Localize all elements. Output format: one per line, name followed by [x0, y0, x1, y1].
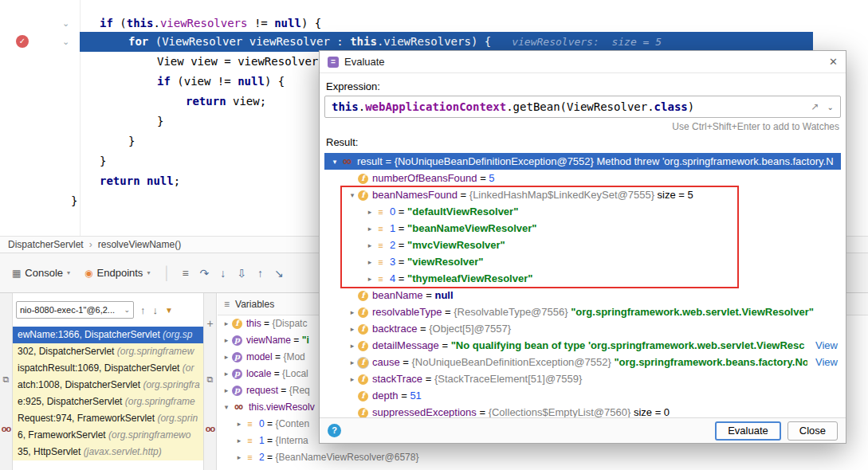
rerun-icon[interactable]: ↷: [200, 267, 210, 280]
frame-down-icon[interactable]: ↓: [153, 304, 159, 316]
copy-icon[interactable]: ⧉: [204, 374, 216, 385]
code-line[interactable]: }: [128, 131, 135, 151]
close-icon[interactable]: ✕: [829, 56, 838, 68]
frames-list: ewName:1366, DispatcherServlet (org.sp30…: [13, 327, 203, 460]
breadcrumb-method[interactable]: resolveViewName(): [98, 239, 181, 250]
chevron-down-icon[interactable]: ▾: [347, 187, 358, 203]
chevron-right-icon[interactable]: ▸: [221, 332, 232, 349]
code-line[interactable]: }: [71, 191, 77, 211]
variable-row[interactable]: ▾fbeanNamesFound = {LinkedHashMap$Linked…: [324, 186, 841, 203]
chevron-right-icon[interactable]: ▸: [221, 315, 232, 332]
fold-icon[interactable]: ⌄: [62, 14, 69, 33]
code-line[interactable]: View view = viewResolver.: [157, 52, 325, 72]
step-over-icon[interactable]: ↓: [220, 267, 226, 280]
expand-icon[interactable]: ↗: [811, 101, 819, 112]
chevron-right-icon[interactable]: ▸: [347, 354, 358, 370]
expression-input[interactable]: this.webApplicationContext.getBean(ViewR…: [324, 96, 841, 118]
variable-row[interactable]: ▸fstackTrace = {StackTraceElement[51]@75…: [324, 370, 841, 387]
frame-row[interactable]: 302, DispatcherServlet (org.springframew: [13, 343, 203, 360]
chevron-right-icon[interactable]: ▸: [221, 366, 232, 382]
tab-endpoints[interactable]: ◉Endpoints▾: [77, 253, 157, 292]
variable-row[interactable]: fbeanName = null: [324, 287, 841, 304]
variable-row[interactable]: ▸fbacktrace = {Object[5]@7557}: [324, 320, 841, 337]
close-button[interactable]: Close: [787, 421, 838, 441]
code-line[interactable]: }: [157, 112, 163, 131]
breadcrumb-class[interactable]: DispatcherServlet: [8, 239, 84, 250]
tab-console[interactable]: ▦Console▾: [5, 253, 77, 292]
chevron-right-icon[interactable]: ▸: [221, 382, 232, 399]
chevron-right-icon[interactable]: ▸: [364, 254, 375, 270]
variable-row[interactable]: ▸fdetailMessage = "No qualifying bean of…: [324, 337, 841, 354]
evaluate-button[interactable]: Evaluate: [715, 421, 781, 441]
chevron-right-icon[interactable]: ▸: [234, 433, 245, 449]
chevron-right-icon[interactable]: ▸: [364, 221, 375, 237]
variable-row[interactable]: ▸≡2 = "mvcViewResolver": [324, 237, 841, 253]
variable-row[interactable]: ▸≡2 = {BeanNameViewResolver@6578}: [218, 449, 868, 466]
frame-row[interactable]: e:925, DispatcherServlet (org.springfram…: [13, 394, 203, 410]
variable-row[interactable]: ▸≡4 = "thymeleafViewResolver": [324, 270, 841, 287]
chevron-down-icon: ▾: [67, 269, 70, 276]
chevron-right-icon[interactable]: ▸: [347, 371, 358, 387]
layout-menu-icon[interactable]: ≡: [182, 267, 188, 280]
variable-row[interactable]: ▸≡0 = "defaultViewResolver": [324, 203, 841, 220]
fold-icon[interactable]: ⌄: [62, 32, 69, 52]
array-element-icon: ≡: [245, 436, 255, 446]
variables-title: Variables: [235, 299, 274, 310]
chevron-right-icon[interactable]: ▸: [364, 204, 375, 220]
help-icon[interactable]: ?: [328, 424, 341, 437]
variable-row[interactable]: ▸≡1 = "beanNameViewResolver": [324, 220, 841, 237]
execution-code-line[interactable]: for (ViewResolver viewResolver : this.vi…: [128, 32, 662, 52]
watches-icon[interactable]: oo: [0, 424, 12, 433]
chevron-right-icon[interactable]: ▸: [234, 416, 245, 433]
step-out-icon[interactable]: ↑: [257, 267, 263, 280]
chevron-down-icon[interactable]: ▾: [329, 154, 340, 170]
tab-label: Endpoints: [97, 267, 143, 279]
watches-toggle-icon[interactable]: oo: [204, 424, 216, 433]
variable-row[interactable]: fdepth = 51: [324, 387, 841, 404]
run-to-cursor-icon[interactable]: ↘: [274, 267, 284, 280]
chevron-right-icon[interactable]: ▸: [347, 321, 358, 337]
ide-window: ✓ ⌄ ⌄ if (this.viewResolvers != null) {f…: [0, 0, 868, 470]
code-line[interactable]: return null;: [100, 171, 180, 191]
step-into-icon[interactable]: ⇩: [237, 267, 246, 280]
variable-row[interactable]: ▸≡3 = "viewResolver": [324, 253, 841, 270]
code-line[interactable]: if (view != null) {: [157, 72, 285, 92]
thread-selector[interactable]: nio-8080-exec-1"@6,2... ⌄: [16, 301, 134, 319]
variable-row[interactable]: fsuppressedExceptions = {Collections$Emp…: [324, 404, 841, 417]
code-line[interactable]: return view;: [186, 92, 266, 112]
field-icon: f: [358, 307, 368, 318]
code-line[interactable]: if (this.viewResolvers != null) {: [100, 14, 321, 33]
chevron-right-icon[interactable]: ▸: [364, 237, 375, 253]
frame-row[interactable]: atch:1008, DispatcherServlet (org.spring…: [13, 377, 203, 394]
copy-stack-icon[interactable]: ⧉: [0, 374, 12, 385]
watch-icon: oo: [232, 402, 245, 413]
parameter-icon: p: [232, 369, 242, 379]
breakpoint-icon[interactable]: ✓: [16, 35, 29, 48]
chevron-right-icon[interactable]: ▸: [347, 304, 358, 320]
chevron-right-icon[interactable]: ▸: [234, 449, 245, 466]
frame-row[interactable]: ewName:1366, DispatcherServlet (org.sp: [13, 327, 203, 343]
frame-row[interactable]: ispatchResult:1069, DispatcherServlet (o…: [13, 360, 203, 377]
chevron-right-icon[interactable]: ▸: [364, 271, 375, 287]
filter-icon[interactable]: ▼: [165, 306, 173, 315]
frame-up-icon[interactable]: ↑: [140, 304, 146, 316]
variable-row[interactable]: ▾ooresult = {NoUniqueBeanDefinitionExcep…: [324, 153, 841, 170]
chevron-right-icon[interactable]: ▸: [347, 338, 358, 354]
view-link[interactable]: View: [807, 354, 838, 370]
chevron-right-icon[interactable]: ▸: [221, 349, 232, 366]
frame-row[interactable]: Request:974, FrameworkServlet (org.sprin: [13, 410, 203, 427]
field-icon: f: [358, 341, 368, 351]
frame-row[interactable]: 35, HttpServlet (javax.servlet.http): [13, 444, 203, 460]
chevron-down-icon[interactable]: ▾: [221, 399, 232, 416]
variable-row[interactable]: ▸fcause = {NoUniqueBeanDefinitionExcepti…: [324, 354, 841, 370]
hamburger-icon[interactable]: ≡: [224, 299, 230, 310]
variable-row[interactable]: ▸fresolvableType = {ResolvableType@7556}…: [324, 304, 841, 320]
chevron-down-icon[interactable]: ⌄: [827, 103, 834, 112]
view-link[interactable]: View: [807, 337, 838, 354]
frame-row[interactable]: 6, FrameworkServlet (org.springframewo: [13, 427, 203, 444]
dialog-titlebar[interactable]: = Evaluate ✕: [320, 51, 846, 73]
add-watch-icon[interactable]: +: [204, 317, 216, 330]
left-icon-strip: ⧉oo: [0, 293, 13, 470]
variable-row[interactable]: fnumberOfBeansFound = 5: [324, 170, 841, 186]
code-line[interactable]: }: [100, 151, 106, 171]
